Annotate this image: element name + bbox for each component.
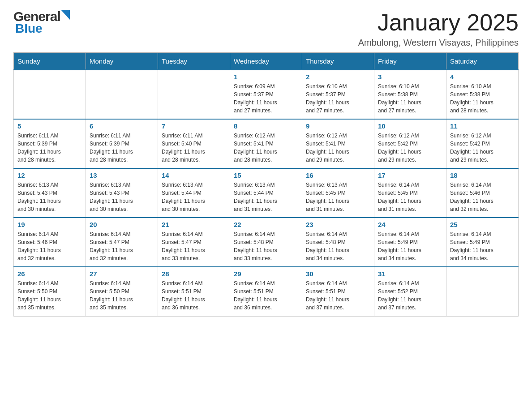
day-info: Sunrise: 6:14 AM Sunset: 5:51 PM Dayligh… bbox=[306, 279, 370, 312]
calendar-table: SundayMondayTuesdayWednesdayThursdayFrid… bbox=[13, 52, 519, 317]
day-number: 6 bbox=[90, 122, 154, 130]
page-header: General Blue January 2025 Ambulong, West… bbox=[13, 9, 519, 48]
day-number: 16 bbox=[306, 171, 370, 179]
calendar-cell: 5Sunrise: 6:11 AM Sunset: 5:39 PM Daylig… bbox=[14, 119, 86, 168]
day-header-monday: Monday bbox=[86, 53, 158, 70]
calendar-cell: 26Sunrise: 6:14 AM Sunset: 5:50 PM Dayli… bbox=[14, 267, 86, 316]
calendar-cell: 19Sunrise: 6:14 AM Sunset: 5:46 PM Dayli… bbox=[14, 218, 86, 267]
day-number: 27 bbox=[90, 270, 154, 278]
day-info: Sunrise: 6:12 AM Sunset: 5:41 PM Dayligh… bbox=[234, 132, 298, 164]
day-header-thursday: Thursday bbox=[302, 53, 374, 70]
calendar-cell bbox=[158, 70, 230, 119]
calendar-cell: 16Sunrise: 6:13 AM Sunset: 5:45 PM Dayli… bbox=[302, 168, 374, 218]
day-info: Sunrise: 6:14 AM Sunset: 5:50 PM Dayligh… bbox=[90, 279, 154, 312]
location-subtitle: Ambulong, Western Visayas, Philippines bbox=[358, 38, 519, 48]
day-info: Sunrise: 6:14 AM Sunset: 5:46 PM Dayligh… bbox=[17, 230, 82, 262]
day-info: Sunrise: 6:14 AM Sunset: 5:51 PM Dayligh… bbox=[162, 279, 226, 312]
day-number: 13 bbox=[90, 171, 154, 179]
calendar-cell: 25Sunrise: 6:14 AM Sunset: 5:49 PM Dayli… bbox=[446, 218, 519, 267]
day-info: Sunrise: 6:14 AM Sunset: 5:51 PM Dayligh… bbox=[234, 279, 298, 312]
calendar-cell: 4Sunrise: 6:10 AM Sunset: 5:38 PM Daylig… bbox=[446, 70, 519, 119]
day-number: 20 bbox=[90, 221, 154, 228]
day-info: Sunrise: 6:09 AM Sunset: 5:37 PM Dayligh… bbox=[234, 82, 298, 115]
logo-blue-text: Blue bbox=[15, 21, 43, 36]
calendar-week-row: 26Sunrise: 6:14 AM Sunset: 5:50 PM Dayli… bbox=[14, 267, 519, 316]
calendar-week-row: 5Sunrise: 6:11 AM Sunset: 5:39 PM Daylig… bbox=[14, 119, 519, 168]
month-title: January 2025 bbox=[358, 9, 519, 36]
day-info: Sunrise: 6:13 AM Sunset: 5:43 PM Dayligh… bbox=[90, 181, 154, 213]
day-number: 8 bbox=[234, 122, 298, 130]
day-info: Sunrise: 6:14 AM Sunset: 5:52 PM Dayligh… bbox=[378, 279, 442, 312]
day-number: 23 bbox=[306, 221, 370, 228]
day-number: 28 bbox=[162, 270, 226, 278]
day-number: 10 bbox=[378, 122, 442, 130]
day-info: Sunrise: 6:13 AM Sunset: 5:43 PM Dayligh… bbox=[17, 181, 82, 213]
calendar-cell: 1Sunrise: 6:09 AM Sunset: 5:37 PM Daylig… bbox=[230, 70, 302, 119]
calendar-cell: 11Sunrise: 6:12 AM Sunset: 5:42 PM Dayli… bbox=[446, 119, 519, 168]
logo: General Blue bbox=[13, 9, 70, 36]
calendar-week-row: 19Sunrise: 6:14 AM Sunset: 5:46 PM Dayli… bbox=[14, 218, 519, 267]
day-header-tuesday: Tuesday bbox=[158, 53, 230, 70]
day-info: Sunrise: 6:12 AM Sunset: 5:42 PM Dayligh… bbox=[450, 132, 515, 164]
calendar-week-row: 12Sunrise: 6:13 AM Sunset: 5:43 PM Dayli… bbox=[14, 168, 519, 218]
calendar-cell: 9Sunrise: 6:12 AM Sunset: 5:41 PM Daylig… bbox=[302, 119, 374, 168]
day-number: 9 bbox=[306, 122, 370, 130]
day-number: 26 bbox=[17, 270, 82, 278]
day-number: 19 bbox=[17, 221, 82, 228]
calendar-cell: 28Sunrise: 6:14 AM Sunset: 5:51 PM Dayli… bbox=[158, 267, 230, 316]
day-number: 15 bbox=[234, 171, 298, 179]
day-number: 31 bbox=[378, 270, 442, 278]
day-info: Sunrise: 6:12 AM Sunset: 5:42 PM Dayligh… bbox=[378, 132, 442, 164]
calendar-week-row: 1Sunrise: 6:09 AM Sunset: 5:37 PM Daylig… bbox=[14, 70, 519, 119]
day-info: Sunrise: 6:14 AM Sunset: 5:47 PM Dayligh… bbox=[162, 230, 226, 262]
day-number: 4 bbox=[450, 73, 515, 81]
day-number: 14 bbox=[162, 171, 226, 179]
calendar-cell: 27Sunrise: 6:14 AM Sunset: 5:50 PM Dayli… bbox=[86, 267, 158, 316]
calendar-cell: 29Sunrise: 6:14 AM Sunset: 5:51 PM Dayli… bbox=[230, 267, 302, 316]
day-number: 2 bbox=[306, 73, 370, 81]
day-info: Sunrise: 6:14 AM Sunset: 5:49 PM Dayligh… bbox=[378, 230, 442, 262]
day-number: 1 bbox=[234, 73, 298, 81]
calendar-cell bbox=[446, 267, 519, 316]
day-number: 21 bbox=[162, 221, 226, 228]
calendar-cell bbox=[86, 70, 158, 119]
calendar-cell: 15Sunrise: 6:13 AM Sunset: 5:44 PM Dayli… bbox=[230, 168, 302, 218]
day-info: Sunrise: 6:12 AM Sunset: 5:41 PM Dayligh… bbox=[306, 132, 370, 164]
day-info: Sunrise: 6:14 AM Sunset: 5:49 PM Dayligh… bbox=[450, 230, 515, 262]
day-info: Sunrise: 6:14 AM Sunset: 5:48 PM Dayligh… bbox=[234, 230, 298, 262]
day-info: Sunrise: 6:14 AM Sunset: 5:50 PM Dayligh… bbox=[17, 279, 82, 312]
calendar-cell: 12Sunrise: 6:13 AM Sunset: 5:43 PM Dayli… bbox=[14, 168, 86, 218]
day-header-wednesday: Wednesday bbox=[230, 53, 302, 70]
calendar-header-row: SundayMondayTuesdayWednesdayThursdayFrid… bbox=[14, 53, 519, 70]
day-info: Sunrise: 6:10 AM Sunset: 5:38 PM Dayligh… bbox=[378, 82, 442, 115]
calendar-cell: 10Sunrise: 6:12 AM Sunset: 5:42 PM Dayli… bbox=[374, 119, 446, 168]
day-info: Sunrise: 6:14 AM Sunset: 5:46 PM Dayligh… bbox=[450, 181, 515, 213]
day-info: Sunrise: 6:13 AM Sunset: 5:44 PM Dayligh… bbox=[234, 181, 298, 213]
calendar-cell: 21Sunrise: 6:14 AM Sunset: 5:47 PM Dayli… bbox=[158, 218, 230, 267]
title-section: January 2025 Ambulong, Western Visayas, … bbox=[358, 9, 519, 48]
day-info: Sunrise: 6:10 AM Sunset: 5:37 PM Dayligh… bbox=[306, 82, 370, 115]
day-number: 17 bbox=[378, 171, 442, 179]
calendar-cell: 3Sunrise: 6:10 AM Sunset: 5:38 PM Daylig… bbox=[374, 70, 446, 119]
logo-triangle-icon bbox=[61, 10, 70, 20]
day-number: 30 bbox=[306, 270, 370, 278]
calendar-cell: 13Sunrise: 6:13 AM Sunset: 5:43 PM Dayli… bbox=[86, 168, 158, 218]
day-number: 11 bbox=[450, 122, 515, 130]
day-number: 3 bbox=[378, 73, 442, 81]
day-header-friday: Friday bbox=[374, 53, 446, 70]
day-header-saturday: Saturday bbox=[446, 53, 519, 70]
day-info: Sunrise: 6:11 AM Sunset: 5:40 PM Dayligh… bbox=[162, 132, 226, 164]
day-info: Sunrise: 6:13 AM Sunset: 5:44 PM Dayligh… bbox=[162, 181, 226, 213]
calendar-cell: 22Sunrise: 6:14 AM Sunset: 5:48 PM Dayli… bbox=[230, 218, 302, 267]
svg-marker-0 bbox=[61, 10, 70, 20]
calendar-cell: 31Sunrise: 6:14 AM Sunset: 5:52 PM Dayli… bbox=[374, 267, 446, 316]
day-info: Sunrise: 6:14 AM Sunset: 5:48 PM Dayligh… bbox=[306, 230, 370, 262]
day-info: Sunrise: 6:14 AM Sunset: 5:45 PM Dayligh… bbox=[378, 181, 442, 213]
day-number: 7 bbox=[162, 122, 226, 130]
calendar-cell: 30Sunrise: 6:14 AM Sunset: 5:51 PM Dayli… bbox=[302, 267, 374, 316]
day-number: 29 bbox=[234, 270, 298, 278]
day-header-sunday: Sunday bbox=[14, 53, 86, 70]
day-number: 25 bbox=[450, 221, 515, 228]
day-info: Sunrise: 6:14 AM Sunset: 5:47 PM Dayligh… bbox=[90, 230, 154, 262]
day-number: 5 bbox=[17, 122, 82, 130]
